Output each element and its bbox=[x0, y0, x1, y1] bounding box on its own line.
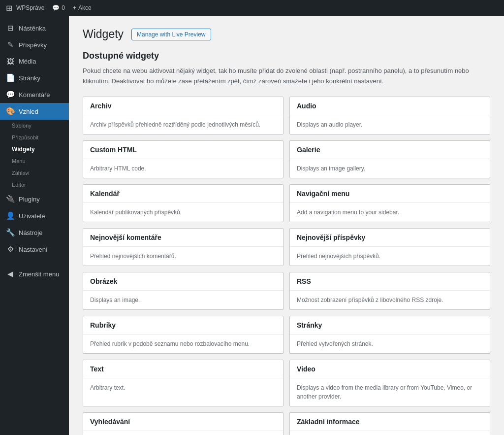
widget-card-archiv[interactable]: ArchivArchiv příspěvků přehledně roztříd… bbox=[83, 97, 284, 134]
widget-card-header-vyhledavani: Vyhledávání bbox=[83, 413, 283, 431]
widget-card-header-nejnovejsi-komentare: Nejnovější komentáře bbox=[83, 229, 283, 247]
action-label: Akce bbox=[78, 4, 92, 11]
widget-desc-video: Displays a video from the media library … bbox=[297, 383, 483, 401]
sidebar-item-media[interactable]: 🖼 Média bbox=[0, 53, 69, 69]
widget-card-custom-html[interactable]: Custom HTMLArbitrary HTML code. bbox=[83, 140, 284, 178]
widget-card-body-vyhledavani: Jednoduchý vyhledávací formulář. bbox=[83, 431, 283, 435]
new-action[interactable]: + Akce bbox=[73, 4, 92, 11]
tools-icon: 🔧 bbox=[6, 228, 15, 237]
widget-card-header-obrazek: Obrázek bbox=[83, 272, 283, 291]
widget-card-kalendar[interactable]: KalendářKalendář publikovaných příspěvků… bbox=[83, 184, 284, 222]
sidebar-item-pluginy[interactable]: 🔌 Pluginy bbox=[0, 191, 69, 207]
sidebar-sub-zahavi[interactable]: Záhlaví bbox=[6, 167, 69, 179]
sidebar-label: Komentáře bbox=[19, 91, 50, 99]
widget-card-navigacni-menu[interactable]: Navigační menuAdd a navigation menu to y… bbox=[289, 184, 490, 222]
sidebar-item-nastroje[interactable]: 🔧 Nástroje bbox=[0, 224, 69, 241]
widget-card-vyhledavani[interactable]: VyhledáváníJednoduchý vyhledávací formul… bbox=[83, 412, 284, 435]
widget-desc-navigacni-menu: Add a navigation menu to your sidebar. bbox=[297, 208, 483, 217]
wp-logo[interactable]: ⊞ WPSpráve bbox=[6, 3, 44, 13]
sidebar-label: Zmenšit menu bbox=[19, 270, 59, 278]
vzhled-submenu: Šablony Přizpůsobit Widgety Menu Záhlaví… bbox=[0, 120, 69, 191]
sidebar-label: Nástěnka bbox=[19, 25, 46, 32]
widget-card-body-obrazek: Displays an image. bbox=[83, 291, 283, 309]
widget-card-header-galerie: Galerie bbox=[290, 141, 490, 159]
widget-card-obrazek[interactable]: ObrázekDisplays an image. bbox=[83, 272, 284, 310]
widget-card-body-zakladni-informace: Odkazy pro přihlašování, administraci we… bbox=[290, 431, 490, 435]
widget-card-audio[interactable]: AudioDisplays an audio player. bbox=[289, 97, 490, 134]
live-preview-button[interactable]: Manage with Live Preview bbox=[131, 29, 211, 40]
sidebar-item-uzivatele[interactable]: 👤 Uživatelé bbox=[0, 207, 69, 224]
widget-card-zakladni-informace[interactable]: Základní informaceOdkazy pro přihlašován… bbox=[289, 412, 490, 435]
page-title: Widgety bbox=[83, 28, 124, 41]
widget-grid: ArchivArchiv příspěvků přehledně roztříd… bbox=[83, 97, 490, 435]
widget-card-text[interactable]: TextArbitrary text. bbox=[83, 360, 284, 406]
widget-title-custom-html: Custom HTML bbox=[90, 146, 276, 154]
widget-card-stranky[interactable]: StránkyPřehled vytvořených stránek. bbox=[289, 316, 490, 354]
sub-label: Widgety bbox=[12, 146, 35, 153]
widget-desc-rubriky: Přehled rubrik v podobě seznamu nebo roz… bbox=[90, 339, 276, 348]
widget-title-galerie: Galerie bbox=[297, 146, 483, 154]
sidebar-item-nastaveni[interactable]: ⚙ Nastavení bbox=[0, 241, 69, 258]
sidebar-label: Nástroje bbox=[19, 229, 42, 236]
sidebar-sub-prizpusobit[interactable]: Přizpůsobit bbox=[6, 132, 69, 143]
widget-card-nejnovejsi-komentare[interactable]: Nejnovější komentářePřehled nejnovějších… bbox=[83, 228, 284, 266]
sidebar-item-nastенка[interactable]: ⊟ Nástěnka bbox=[0, 20, 69, 36]
widget-card-rubriky[interactable]: RubrikyPřehled rubrik v podobě seznamu n… bbox=[83, 316, 284, 354]
comments-count[interactable]: 💬 0 bbox=[52, 4, 65, 11]
widget-desc-kalendar: Kalendář publikovaných příspěvků. bbox=[90, 208, 276, 217]
widget-card-body-text: Arbitrary text. bbox=[83, 378, 283, 397]
widget-title-vyhledavani: Vyhledávání bbox=[90, 418, 276, 426]
sub-label: Menu bbox=[12, 158, 26, 164]
widget-desc-stranky: Přehled vytvořených stránek. bbox=[297, 339, 483, 348]
widget-title-obrazek: Obrázek bbox=[90, 277, 276, 285]
widget-card-header-audio: Audio bbox=[290, 97, 490, 115]
widget-title-nejnovejsi-komentare: Nejnovější komentáře bbox=[90, 234, 276, 241]
comment-count-label: 0 bbox=[62, 4, 65, 11]
sub-label: Záhlaví bbox=[12, 170, 30, 176]
widget-card-header-zakladni-informace: Základní informace bbox=[290, 413, 490, 431]
media-icon: 🖼 bbox=[6, 57, 15, 66]
section-title: Dostupné widgety bbox=[83, 51, 490, 61]
sidebar-sub-sablony[interactable]: Šablony bbox=[6, 120, 69, 132]
widget-card-galerie[interactable]: GalerieDisplays an image gallery. bbox=[289, 140, 490, 178]
widget-title-nejnovejsi-prispevky: Nejnovější příspěvky bbox=[297, 234, 483, 241]
widget-card-body-video: Displays a video from the media library … bbox=[290, 378, 490, 406]
sub-label: Přizpůsobit bbox=[12, 134, 38, 140]
sidebar: ⊟ Nástěnka ✎ Příspěvky 🖼 Média 📄 Stránky… bbox=[0, 16, 69, 435]
sidebar-sub-menu[interactable]: Menu bbox=[6, 155, 69, 167]
widget-title-navigacni-menu: Navigační menu bbox=[297, 190, 483, 198]
widget-card-body-nejnovejsi-komentare: Přehled nejnovějších komentářů. bbox=[83, 247, 283, 266]
widget-title-zakladni-informace: Základní informace bbox=[297, 418, 483, 426]
widget-card-body-galerie: Displays an image gallery. bbox=[290, 159, 490, 178]
widget-card-header-video: Video bbox=[290, 360, 490, 378]
sidebar-item-stranky[interactable]: 📄 Stránky bbox=[0, 69, 69, 86]
users-icon: 👤 bbox=[6, 211, 15, 220]
widget-card-body-rss: Možnost zobrazení příspěvků z libovolnéh… bbox=[290, 291, 490, 309]
appearance-icon: 🎨 bbox=[6, 107, 15, 116]
sidebar-label: Média bbox=[19, 58, 36, 65]
pages-icon: 📄 bbox=[6, 73, 15, 82]
sidebar-label: Pluginy bbox=[19, 196, 40, 203]
page-header: Widgety Manage with Live Preview bbox=[83, 28, 490, 41]
widget-card-header-nejnovejsi-prispevky: Nejnovější příspěvky bbox=[290, 229, 490, 247]
widget-card-body-archiv: Archiv příspěvků přehledně roztříděný po… bbox=[83, 115, 283, 134]
sidebar-sub-editor[interactable]: Editor bbox=[6, 179, 69, 191]
widget-card-nejnovejsi-prispevky[interactable]: Nejnovější příspěvkyPřehled nejnovějších… bbox=[289, 228, 490, 266]
widget-card-header-custom-html: Custom HTML bbox=[83, 141, 283, 159]
widget-card-body-kalendar: Kalendář publikovaných příspěvků. bbox=[83, 203, 283, 222]
collapse-icon: ◀ bbox=[6, 269, 15, 278]
widget-card-rss[interactable]: RSSMožnost zobrazení příspěvků z libovol… bbox=[289, 272, 490, 310]
wp-admin-label: WPSpráve bbox=[16, 4, 44, 11]
sidebar-item-vzhled[interactable]: 🎨 Vzhled bbox=[0, 103, 69, 120]
widget-card-header-archiv: Archiv bbox=[83, 97, 283, 115]
sidebar-item-komentare[interactable]: 💬 Komentáře bbox=[0, 86, 69, 103]
widget-desc-text: Arbitrary text. bbox=[90, 383, 276, 392]
settings-icon: ⚙ bbox=[6, 245, 15, 254]
widget-desc-galerie: Displays an image gallery. bbox=[297, 164, 483, 173]
sidebar-item-prispevky[interactable]: ✎ Příspěvky bbox=[0, 36, 69, 53]
sidebar-sub-widgety[interactable]: Widgety bbox=[6, 143, 69, 155]
sidebar-item-zmensit[interactable]: ◀ Zmenšit menu bbox=[0, 266, 69, 282]
widget-card-video[interactable]: VideoDisplays a video from the media lib… bbox=[289, 360, 490, 406]
sidebar-label: Nastavení bbox=[19, 246, 48, 253]
widget-card-header-text: Text bbox=[83, 360, 283, 378]
